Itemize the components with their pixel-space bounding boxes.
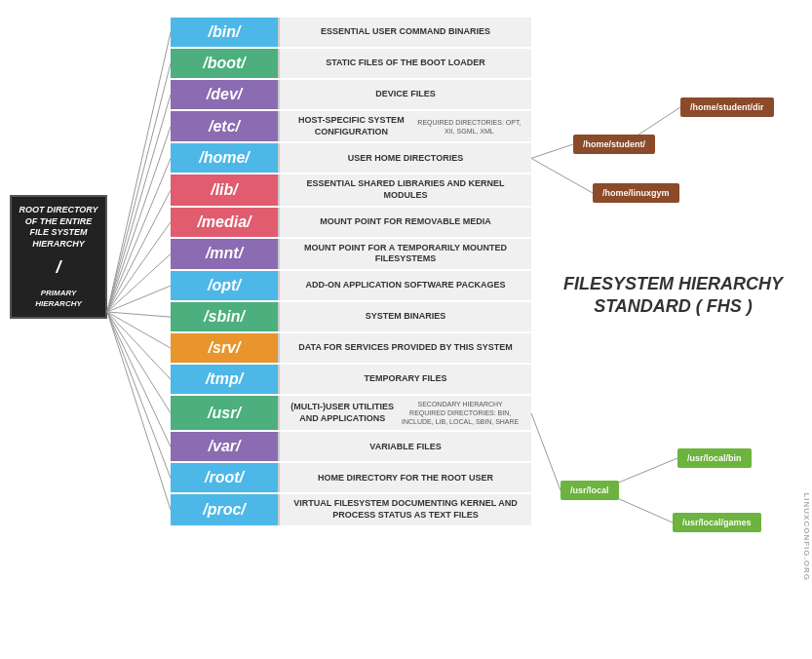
root-directory-box: ROOT DIRECTORY OF THE ENTIRE FILE SYSTEM… <box>10 195 107 319</box>
usr-local-bin-box: /usr/local/bin <box>677 448 752 468</box>
dir-desc-tmp: TEMPORARY FILES <box>278 365 531 394</box>
svg-line-5 <box>107 190 171 312</box>
dir-row: /sbin/SYSTEM BINARIES <box>171 302 531 331</box>
watermark: LINUXCONFIG.ORG <box>802 492 811 581</box>
dir-row: /lib/ESSENTIAL SHARED LIBRARIES AND KERN… <box>171 174 531 205</box>
root-label: ROOT DIRECTORY OF THE ENTIRE FILE SYSTEM… <box>19 205 97 249</box>
dir-name-home: /home/ <box>171 143 278 173</box>
dir-row: /usr/(MULTI-)USER UTILITIES AND APPLICAT… <box>171 396 531 430</box>
dir-desc-etc: HOST-SPECIFIC SYSTEM CONFIGURATIONREQUIR… <box>278 111 531 141</box>
dir-row: /bin/ESSENTIAL USER COMMAND BINARIES <box>171 18 531 47</box>
usr-local-games-box: /usr/local/games <box>673 513 761 532</box>
dir-name-mnt: /mnt/ <box>171 239 278 269</box>
dir-name-boot: /boot/ <box>171 49 278 78</box>
dir-name-root: /root/ <box>171 463 278 492</box>
dir-row: /tmp/TEMPORARY FILES <box>171 365 531 394</box>
fhs-title: FILESYSTEM HIERARCHYSTANDARD ( FHS ) <box>563 273 783 319</box>
dir-name-var: /var/ <box>171 432 278 461</box>
svg-line-1 <box>107 63 171 312</box>
svg-line-9 <box>107 312 171 317</box>
svg-line-4 <box>107 158 171 312</box>
primary-hierarchy-label: PRIMARY HIERARCHY <box>18 289 99 309</box>
svg-line-10 <box>107 312 171 348</box>
svg-line-6 <box>107 222 171 312</box>
dir-name-proc: /proc/ <box>171 494 278 524</box>
svg-line-16 <box>531 144 573 158</box>
dir-row: /etc/HOST-SPECIFIC SYSTEM CONFIGURATIONR… <box>171 111 531 141</box>
dir-name-usr: /usr/ <box>171 396 278 430</box>
dir-desc-bin: ESSENTIAL USER COMMAND BINARIES <box>278 18 531 47</box>
dir-row: /proc/VIRTUAL FILESYSTEM DOCUMENTING KER… <box>171 494 531 524</box>
home-student-box: /home/student/ <box>573 135 655 154</box>
dir-desc-var: VARIABLE FILES <box>278 432 531 461</box>
dir-row: /var/VARIABLE FILES <box>171 432 531 461</box>
svg-line-2 <box>107 95 171 312</box>
dir-row: /dev/DEVICE FILES <box>171 80 531 109</box>
home-student-dir-box: /home/student/dir <box>680 97 774 117</box>
dir-row: /srv/DATA FOR SERVICES PROVIDED BY THIS … <box>171 333 531 363</box>
dir-name-media: /media/ <box>171 208 278 237</box>
dir-desc-lib: ESSENTIAL SHARED LIBRARIES AND KERNEL MO… <box>278 174 531 205</box>
svg-line-3 <box>107 127 171 312</box>
dir-desc-dev: DEVICE FILES <box>278 80 531 109</box>
directory-table: /bin/ESSENTIAL USER COMMAND BINARIES/boo… <box>171 18 531 527</box>
dir-desc-root: HOME DIRECTORY FOR THE ROOT USER <box>278 463 531 492</box>
dir-name-lib: /lib/ <box>171 174 278 205</box>
dir-row: /boot/STATIC FILES OF THE BOOT LOADER <box>171 49 531 78</box>
dir-desc-media: MOUNT POINT FOR REMOVABLE MEDIA <box>278 208 531 237</box>
svg-line-13 <box>107 312 171 446</box>
dir-desc-srv: DATA FOR SERVICES PROVIDED BY THIS SYSTE… <box>278 333 531 363</box>
svg-line-12 <box>107 312 171 413</box>
svg-line-11 <box>107 312 171 379</box>
main-container: ROOT DIRECTORY OF THE ENTIRE FILE SYSTEM… <box>0 0 812 659</box>
dir-desc-usr: (MULTI-)USER UTILITIES AND APPLICATIONSS… <box>278 396 531 430</box>
dir-name-dev: /dev/ <box>171 80 278 109</box>
dir-row: /mnt/MOUNT POINT FOR A TEMPORARILY MOUNT… <box>171 239 531 269</box>
usr-local-box: /usr/local <box>561 481 619 500</box>
svg-line-15 <box>107 312 171 510</box>
home-linuxgym-box: /home/linuxgym <box>593 183 679 203</box>
svg-line-19 <box>531 413 561 490</box>
svg-line-0 <box>107 32 171 312</box>
svg-line-8 <box>107 286 171 312</box>
dir-row: /home/USER HOME DIRECTORIES <box>171 143 531 173</box>
dir-name-sbin: /sbin/ <box>171 302 278 331</box>
dir-row: /opt/ADD-ON APPLICATION SOFTWARE PACKAGE… <box>171 271 531 300</box>
dir-desc-home: USER HOME DIRECTORIES <box>278 143 531 173</box>
dir-row: /media/MOUNT POINT FOR REMOVABLE MEDIA <box>171 208 531 237</box>
dir-desc-opt: ADD-ON APPLICATION SOFTWARE PACKAGES <box>278 271 531 300</box>
svg-line-7 <box>107 253 171 312</box>
svg-line-14 <box>107 312 171 478</box>
dir-name-tmp: /tmp/ <box>171 365 278 394</box>
dir-desc-boot: STATIC FILES OF THE BOOT LOADER <box>278 49 531 78</box>
dir-desc-sbin: SYSTEM BINARIES <box>278 302 531 331</box>
dir-desc-mnt: MOUNT POINT FOR A TEMPORARILY MOUNTED FI… <box>278 239 531 269</box>
dir-name-srv: /srv/ <box>171 333 278 363</box>
dir-name-bin: /bin/ <box>171 18 278 47</box>
svg-line-17 <box>531 158 593 193</box>
dir-row: /root/HOME DIRECTORY FOR THE ROOT USER <box>171 463 531 492</box>
dir-name-opt: /opt/ <box>171 271 278 300</box>
dir-name-etc: /etc/ <box>171 111 278 141</box>
dir-desc-proc: VIRTUAL FILESYSTEM DOCUMENTING KERNEL AN… <box>278 494 531 524</box>
